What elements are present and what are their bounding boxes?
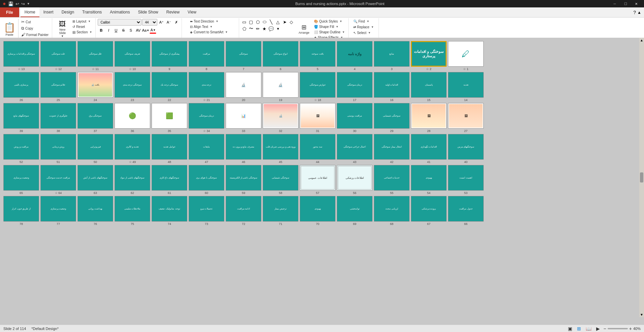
font-size-select[interactable]: 44 (142, 19, 157, 26)
shape-star[interactable]: ★ (261, 26, 267, 32)
slide-item-15[interactable]: پانسمان 15 (411, 72, 447, 102)
shape-right-arrow[interactable]: ➤ (282, 19, 288, 25)
slide-item-1[interactable]: 🖊 ☆ 1 (448, 41, 484, 71)
tab-home[interactable]: Home (21, 7, 39, 17)
font-name-select[interactable]: Calibri (98, 19, 141, 26)
slide-item-7[interactable]: سوختگی 7 (226, 41, 261, 71)
strikethrough-button[interactable]: S (120, 27, 127, 34)
slide-item-5[interactable]: بافت سوخته 5 (300, 41, 335, 71)
slide-item-78[interactable]: از طریق خون، ادرار 78 (3, 196, 39, 226)
slide-thumb-10[interactable]: تعریف سوختگی (115, 41, 150, 67)
shape-curve[interactable]: 〜 (248, 26, 254, 32)
slide-item-56[interactable]: اطلاعات پزشکی 56 (337, 165, 373, 195)
slide-item-12[interactable]: علت سوختگی ☆ 12 (40, 41, 76, 71)
slide-item-10[interactable]: تعریف سوختگی ☆ 10 (115, 41, 150, 71)
slide-item-20[interactable]: 🔬 20 (226, 72, 261, 102)
slide-item-25[interactable]: علائم سوختگی 25 (40, 72, 76, 102)
slide-item-69[interactable]: توانبخشی 69 (337, 196, 373, 226)
shape-pentagon[interactable]: ⬠ (241, 26, 247, 32)
slide-item-64[interactable]: مراقبت خدمت سوختگی ☆ 64 (40, 165, 76, 195)
shape-more[interactable]: ▼ (275, 26, 281, 32)
reset-button[interactable]: ↺ Reset (71, 24, 93, 29)
tab-slideshow[interactable]: Slide Show (134, 7, 162, 17)
tab-view[interactable]: View (184, 7, 200, 17)
file-tab[interactable]: File (0, 7, 19, 17)
shape-snip[interactable]: ⬡ (255, 19, 261, 25)
slide-item-19[interactable]: 🔬 19 (263, 72, 298, 102)
copy-button[interactable]: ⧉ Copy (20, 25, 50, 31)
change-case-button[interactable]: Aa▼ (142, 27, 149, 34)
slide-sorter-button[interactable]: ⊞ (576, 326, 582, 332)
slide-item-17[interactable]: درمان سوختگی 17 (337, 72, 373, 102)
scroll-up-arrow[interactable]: ▲ (640, 38, 643, 42)
slide-item-35[interactable]: 🟩 35 (152, 103, 187, 133)
slide-thumb-2[interactable]: سوختگی و اقدامات پرستاری (411, 41, 447, 67)
shape-rounded-rect[interactable]: ▢ (248, 19, 254, 25)
slide-item-3[interactable]: منابع 3 (374, 41, 410, 71)
slide-item-73[interactable]: تحمیلات نیرو 73 (189, 196, 224, 226)
slide-item-9[interactable]: پیشگیری از سوختگی 9 (152, 41, 187, 71)
slide-item-2[interactable]: سوختگی و اقدامات پرستاری ☆ 2 (411, 41, 447, 71)
slide-item-57[interactable]: اطلاعات عمومی 57 (300, 165, 335, 195)
tab-design[interactable]: Design (58, 7, 78, 17)
slide-item-48[interactable]: عوامل تغذیه 48 (152, 134, 187, 164)
slide-item-40[interactable]: سوختگیهای مزمن 40 (448, 134, 484, 164)
slide-item-32[interactable]: 🔬 32 (263, 103, 298, 133)
italic-button[interactable]: I (105, 27, 112, 34)
replace-button[interactable]: ⇄ Replace ▼ (352, 25, 375, 30)
scroll-thumb[interactable] (640, 172, 643, 182)
shape-triangle[interactable]: △ (275, 19, 281, 25)
scroll-down-arrow[interactable]: ▼ (640, 313, 643, 317)
slide-thumb-3[interactable]: منابع (374, 41, 410, 67)
zoom-in-button[interactable]: + (629, 326, 632, 331)
slide-item-33[interactable]: 📊 33 (226, 103, 261, 133)
slide-item-62[interactable]: سوختگیهای ناشی از مواد 62 (115, 165, 150, 195)
slide-item-55[interactable]: خدمات اجتماعی 55 (374, 165, 410, 195)
align-text-button[interactable]: ⊟ Align Text ▼ (189, 24, 214, 29)
close-button[interactable]: ✕ (631, 1, 641, 7)
shape-callout[interactable]: 💬 (268, 26, 274, 32)
slide-item-14[interactable]: تغذیه 14 (448, 72, 484, 102)
slide-item-43[interactable]: اعمال جراحی سوختگی 43 (337, 134, 373, 164)
slide-item-63[interactable]: سوختگیهای ناشی از آتش 63 (77, 165, 113, 195)
zoom-out-button[interactable]: − (604, 326, 606, 331)
slide-item-58[interactable]: سوختگی شیمیایی 58 (263, 165, 298, 195)
slide-item-30[interactable]: مراقبت پوستی 30 (337, 103, 373, 133)
normal-view-button[interactable]: ▣ (567, 326, 573, 332)
slide-item-46[interactable]: مصرف مایع و برون ده 46 (226, 134, 261, 164)
slide-item-72[interactable]: ادامه مراقبت 72 (226, 196, 261, 226)
slide-item-38[interactable]: جلوگیری از عفونت 38 (40, 103, 76, 133)
slide-thumb-5[interactable]: بافت سوخته (300, 41, 335, 67)
decrease-font-button[interactable]: A⁻ (165, 19, 172, 26)
reading-view-button[interactable]: 📖 (585, 326, 592, 332)
slide-item-11[interactable]: علل سوختگی ☆ 11 (77, 41, 113, 71)
shape-rect[interactable]: ▭ (241, 19, 247, 25)
shape-oval[interactable]: ⬭ (261, 19, 267, 25)
slide-item-39[interactable]: سوختگیهای مایع 39 (3, 103, 39, 133)
slide-item-42[interactable]: انتقال بیمار سوختگی 42 (374, 134, 410, 164)
slide-thumb-1[interactable]: 🖊 (448, 41, 484, 67)
shape-freeform[interactable]: ✏ (255, 26, 261, 32)
paste-button[interactable]: 📋 Paste (2, 19, 17, 39)
slide-item-28[interactable]: 🖼 28 (411, 103, 447, 133)
ribbon-minimize-icon[interactable]: ▲ (637, 10, 641, 15)
qat-save[interactable]: 💾 (8, 1, 13, 6)
slide-item-36[interactable]: 🟢 36 (115, 103, 150, 133)
slide-item-18[interactable]: عوارض سوختگی ☆ 18 (300, 72, 335, 102)
new-slide-arrow[interactable]: ▼ (61, 35, 64, 38)
cut-button[interactable]: ✂ Cut (20, 19, 50, 25)
find-button[interactable]: 🔍 Find ▼ (352, 19, 371, 24)
slide-item-22[interactable]: سوختگی درجه یک 22 (152, 72, 187, 102)
zoom-slider[interactable] (608, 328, 628, 329)
slide-item-31[interactable]: 🖼 31 (300, 103, 335, 133)
layout-button[interactable]: ⊞ Layout ▼ (71, 19, 93, 24)
slide-item-21[interactable]: درجه بندی ☆ 21 (189, 72, 224, 102)
slide-item-67[interactable]: پرونده پزشکی 67 (411, 196, 447, 226)
slide-item-4[interactable]: واژه نامه 4 (337, 41, 373, 71)
slide-thumb-6[interactable]: انواع سوختگی (263, 41, 298, 67)
slide-show-button[interactable]: ▶ (595, 326, 601, 332)
slide-item-60[interactable]: سوختگی با هوای بری 60 (189, 165, 224, 195)
restore-button[interactable]: ☐ (620, 1, 631, 7)
slide-item-29[interactable]: سوختگی شیمیایی 29 (374, 103, 410, 133)
ribbon-help-icon[interactable]: ? (633, 10, 636, 15)
